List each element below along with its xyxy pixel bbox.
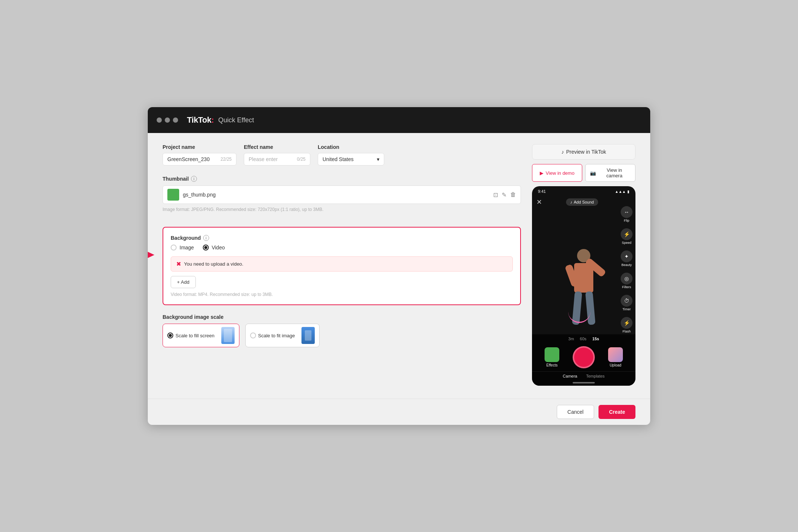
radio-image-option[interactable]: Image xyxy=(171,245,194,250)
record-row: Effects Upload xyxy=(532,343,635,371)
thumbnail-section: Thumbnail i gs_thumb.png ⊡ ✎ 🗑 Image for… xyxy=(163,176,521,219)
main-content: ➤ Project name GreenScreen_230 22/25 Eff… xyxy=(148,133,650,399)
templates-tab[interactable]: Templates xyxy=(586,374,604,378)
thumbnail-edit-icon[interactable]: ✎ xyxy=(502,191,507,198)
phone-time: 9:41 xyxy=(538,189,546,194)
phone-signals: ▲▲▲ ▮ xyxy=(615,190,630,194)
record-button[interactable] xyxy=(573,346,595,368)
error-icon: ✖ xyxy=(176,260,181,267)
error-text: You need to upload a video. xyxy=(184,261,243,267)
right-panel: ♪ Preview in TikTok ▶ View in demo 📷 Vie… xyxy=(532,144,635,388)
filters-icon-item[interactable]: ◎ Filters xyxy=(621,273,632,289)
flash-label: Flash xyxy=(623,330,631,333)
timer-15s[interactable]: 15s xyxy=(592,337,599,341)
scale-fit-option[interactable]: Scale to fit image xyxy=(245,324,320,347)
view-camera-button[interactable]: 📷 View in camera xyxy=(585,164,635,182)
radio-video-dot xyxy=(204,246,207,249)
traffic-lights xyxy=(157,117,178,123)
thumbnail-hint: Image format: JPEG/PNG. Recommended size… xyxy=(163,207,521,212)
camera-icon: 📷 xyxy=(590,170,596,176)
add-sound-button[interactable]: ♪ Add Sound xyxy=(566,198,598,206)
location-label: Location xyxy=(318,144,384,150)
thumbnail-view-icon[interactable]: ⊡ xyxy=(493,191,498,198)
cancel-button[interactable]: Cancel xyxy=(557,405,594,419)
project-name-input[interactable]: GreenScreen_230 22/25 xyxy=(163,153,236,166)
flip-icon-item[interactable]: ↔ Flip xyxy=(621,206,632,222)
effect-name-count: 0/25 xyxy=(297,157,306,162)
traffic-light-minimize[interactable] xyxy=(165,117,170,123)
camera-tab[interactable]: Camera xyxy=(563,374,577,378)
form-top-row: Project name GreenScreen_230 22/25 Effec… xyxy=(163,144,521,166)
thumbnail-actions: ⊡ ✎ 🗑 xyxy=(493,191,516,198)
speed-icon-item[interactable]: ⚡ Speed xyxy=(621,228,632,245)
location-select[interactable]: United States ▾ xyxy=(318,153,384,166)
scale-fit-radio xyxy=(250,332,256,338)
thumbnail-row: gs_thumb.png ⊡ ✎ 🗑 xyxy=(163,185,521,204)
radio-video-circle xyxy=(203,245,209,250)
project-name-label: Project name xyxy=(163,144,236,150)
app-title: Quick Effect xyxy=(218,116,254,124)
effect-name-input[interactable]: Please enter 0/25 xyxy=(244,153,310,166)
music-note-icon: ♪ xyxy=(561,149,564,155)
thumbnail-info-icon[interactable]: i xyxy=(191,176,197,182)
scale-fill-option[interactable]: Scale to fill screen xyxy=(163,324,239,347)
scale-fill-label: Scale to fill screen xyxy=(167,332,215,338)
effects-button[interactable]: Effects xyxy=(545,347,559,367)
thumbnail-label: Thumbnail i xyxy=(163,176,521,182)
radio-video-option[interactable]: Video xyxy=(203,245,225,250)
speed-label: Speed xyxy=(622,241,631,245)
project-name-group: Project name GreenScreen_230 22/25 xyxy=(163,144,236,166)
wifi-icon: ▲▲▲ xyxy=(615,190,626,194)
arrow-pointer: ➤ xyxy=(148,246,155,263)
scale-options: Scale to fill screen Scale to fit image xyxy=(163,324,521,347)
beauty-icon: ✦ xyxy=(621,250,632,262)
background-info-icon[interactable]: i xyxy=(203,235,209,241)
sound-note-icon: ♪ xyxy=(570,200,573,204)
scale-fill-icon xyxy=(221,327,235,344)
scale-fill-radio xyxy=(167,332,173,338)
project-name-count: 22/25 xyxy=(221,157,232,162)
tiktok-brand: TikTok: xyxy=(187,115,214,125)
error-alert: ✖ You need to upload a video. xyxy=(171,256,513,272)
preview-buttons: ▶ View in demo 📷 View in camera xyxy=(532,164,635,182)
timer-60s[interactable]: 60s xyxy=(580,337,587,341)
home-indicator xyxy=(573,382,595,383)
timer-bar: 3m 60s 15s xyxy=(532,334,635,343)
flash-icon-item[interactable]: ⚡ Flash xyxy=(621,317,632,333)
effect-name-label: Effect name xyxy=(244,144,310,150)
thumbnail-delete-icon[interactable]: 🗑 xyxy=(510,191,516,198)
right-icons-bar: ↔ Flip ⚡ Speed ✦ Beauty ◎ xyxy=(621,206,632,333)
beauty-icon-item[interactable]: ✦ Beauty xyxy=(621,250,632,267)
phone-mockup: 9:41 ▲▲▲ ▮ xyxy=(532,186,635,386)
background-radio-group: Image Video xyxy=(171,245,513,250)
phone-status-bar: 9:41 ▲▲▲ ▮ xyxy=(532,186,635,195)
footer: Cancel Create xyxy=(148,399,650,425)
speed-icon: ⚡ xyxy=(621,228,632,240)
add-video-button[interactable]: + Add xyxy=(171,276,196,288)
view-demo-button[interactable]: ▶ View in demo xyxy=(532,164,582,182)
battery-icon: ▮ xyxy=(627,190,630,194)
camera-tabs: Camera Templates xyxy=(532,371,635,381)
scale-fit-icon xyxy=(301,327,315,344)
timer-3m[interactable]: 3m xyxy=(568,337,574,341)
filters-icon: ◎ xyxy=(621,273,632,284)
tiktok-colon: : xyxy=(211,115,214,125)
preview-title: Preview in TikTok xyxy=(566,149,606,155)
preview-header: ♪ Preview in TikTok xyxy=(532,144,635,160)
filters-label: Filters xyxy=(622,285,631,289)
timer-label: Timer xyxy=(623,307,631,311)
location-group: Location United States ▾ xyxy=(318,144,384,166)
radio-video-label: Video xyxy=(212,245,225,250)
scale-label: Background image scale xyxy=(163,314,521,320)
traffic-light-close[interactable] xyxy=(157,117,162,123)
radio-image-circle xyxy=(171,245,177,250)
traffic-light-maximize[interactable] xyxy=(173,117,178,123)
scale-section: Background image scale Scale to fill scr… xyxy=(163,314,521,347)
create-button[interactable]: Create xyxy=(598,405,635,419)
upload-button[interactable]: Upload xyxy=(608,347,623,367)
timer-icon-item[interactable]: ⏱ Timer xyxy=(621,295,632,311)
effect-name-placeholder: Please enter xyxy=(249,156,278,162)
effects-label: Effects xyxy=(546,363,557,367)
radio-image-label: Image xyxy=(180,245,194,250)
timer-icon: ⏱ xyxy=(621,295,632,307)
